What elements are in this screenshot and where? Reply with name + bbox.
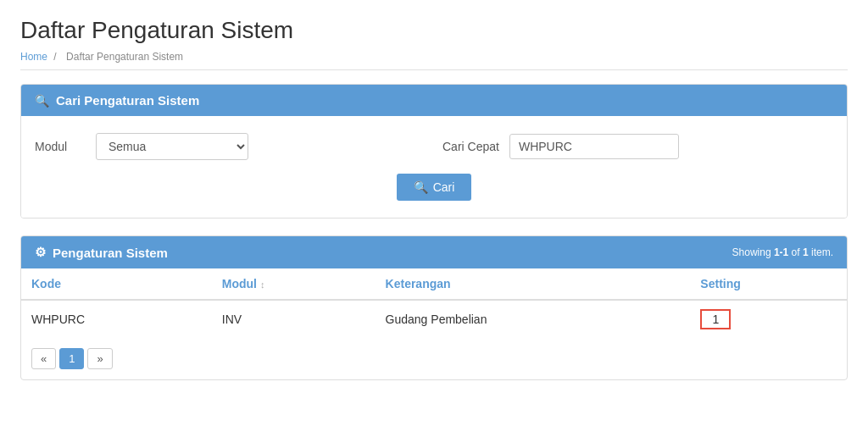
table-panel-title-group: ⚙ Pengaturan Sistem xyxy=(35,245,168,260)
showing-range: 1-1 xyxy=(774,246,788,258)
table-header-row: Kode Modul ↕ Keterangan Setting xyxy=(21,268,847,300)
col-modul[interactable]: Modul ↕ xyxy=(212,268,376,300)
cell-kode: WHPURC xyxy=(21,300,212,338)
col-modul-sort-icon: ↕ xyxy=(260,279,265,290)
showing-total: 1 xyxy=(803,246,809,258)
table-panel-header: ⚙ Pengaturan Sistem Showing 1-1 of 1 ite… xyxy=(21,236,847,268)
showing-text: Showing xyxy=(732,246,774,258)
cell-modul: INV xyxy=(212,300,376,338)
showing-suffix: item. xyxy=(809,246,833,258)
table-body: WHPURC INV Gudang Pembelian 1 xyxy=(21,300,847,338)
breadcrumb: Home / Daftar Pengaturan Sistem xyxy=(20,51,848,70)
table-head: Kode Modul ↕ Keterangan Setting xyxy=(21,268,847,300)
search-btn-row: 🔍 Cari xyxy=(35,174,833,201)
breadcrumb-separator: / xyxy=(53,51,56,63)
col-setting: Setting xyxy=(690,268,847,300)
col-keterangan-label: Keterangan xyxy=(386,277,451,290)
search-button[interactable]: 🔍 Cari xyxy=(397,174,472,201)
modul-select[interactable]: Semua xyxy=(96,133,248,160)
prev-page-button[interactable]: « xyxy=(31,348,56,369)
data-table: Kode Modul ↕ Keterangan Setting WHPURC I… xyxy=(21,268,847,338)
cari-cepat-input[interactable] xyxy=(509,134,679,159)
table-panel-showing: Showing 1-1 of 1 item. xyxy=(732,246,833,258)
breadcrumb-home[interactable]: Home xyxy=(20,51,47,63)
breadcrumb-current: Daftar Pengaturan Sistem xyxy=(66,51,183,63)
search-panel-title: Cari Pengaturan Sistem xyxy=(56,93,199,108)
search-panel: 🔍 Cari Pengaturan Sistem Modul Semua Car… xyxy=(20,84,848,219)
search-panel-icon: 🔍 xyxy=(35,94,49,108)
search-form-row: Modul Semua Cari Cepat xyxy=(35,133,833,160)
col-keterangan: Keterangan xyxy=(376,268,691,300)
pagination: « 1 » xyxy=(21,338,847,379)
next-page-button[interactable]: » xyxy=(87,348,112,369)
showing-of: of xyxy=(788,246,803,258)
cari-cepat-label: Cari Cepat xyxy=(442,140,499,153)
table-panel-title: Pengaturan Sistem xyxy=(53,246,168,260)
cari-cepat-group: Cari Cepat xyxy=(442,134,833,159)
col-setting-label: Setting xyxy=(700,277,740,290)
page-title: Daftar Pengaturan Sistem xyxy=(20,17,848,44)
table-panel: ⚙ Pengaturan Sistem Showing 1-1 of 1 ite… xyxy=(20,235,848,380)
cell-setting: 1 xyxy=(690,300,847,338)
page-1-button[interactable]: 1 xyxy=(59,348,84,369)
cell-keterangan: Gudang Pembelian xyxy=(376,300,691,338)
search-panel-body: Modul Semua Cari Cepat 🔍 Cari xyxy=(21,116,847,218)
col-kode: Kode xyxy=(21,268,212,300)
modul-label: Modul xyxy=(35,140,86,153)
table-row: WHPURC INV Gudang Pembelian 1 xyxy=(21,300,847,338)
table-panel-icon: ⚙ xyxy=(35,245,46,260)
col-kode-label: Kode xyxy=(31,277,61,290)
search-panel-header: 🔍 Cari Pengaturan Sistem xyxy=(21,85,847,116)
setting-value[interactable]: 1 xyxy=(700,309,731,329)
col-modul-label: Modul xyxy=(222,277,257,290)
modul-group: Modul Semua xyxy=(35,133,426,160)
search-button-label: Cari xyxy=(433,180,455,194)
search-button-icon: 🔍 xyxy=(414,180,428,194)
